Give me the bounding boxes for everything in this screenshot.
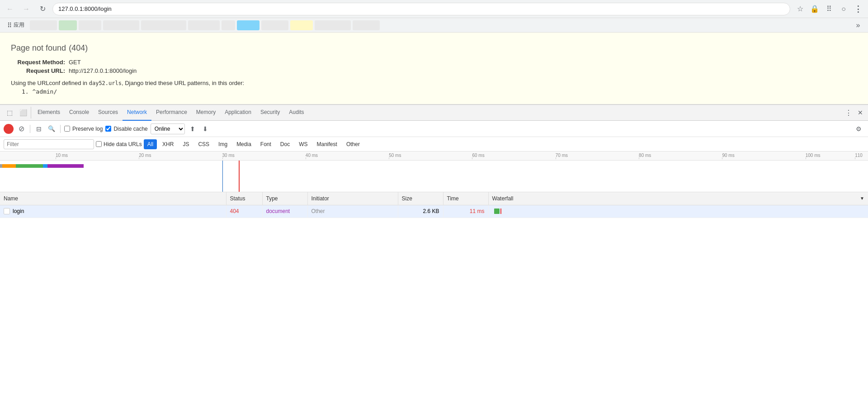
apps-label: 应用 (14, 21, 24, 29)
th-waterfall[interactable]: Waterfall ▼ (488, 192, 868, 205)
inspect-element-button[interactable]: ⬚ (4, 107, 15, 118)
apps-button[interactable]: ⠿ 应用 (4, 20, 28, 31)
import-button[interactable]: ⬆ (188, 124, 198, 134)
settings-icon: ⚙ (856, 125, 862, 133)
pattern-number: 1. (22, 88, 29, 95)
network-settings-button[interactable]: ⚙ (853, 123, 864, 135)
profile-button[interactable]: ○ (837, 3, 850, 15)
request-url-value: http://127.0.0.1:8000/login (69, 67, 137, 74)
bookmark-item[interactable] (315, 20, 351, 30)
urlconf-description: Using the URLconf defined in day52.urls,… (11, 80, 857, 86)
shield-button[interactable]: 🔒 (808, 3, 821, 15)
timeline-ruler: 10 ms 20 ms 30 ms 40 ms 50 ms 60 ms 70 m… (0, 152, 868, 161)
filter-ws[interactable]: WS (295, 139, 311, 149)
cell-status: 404 (226, 205, 262, 218)
bookmark-item[interactable] (237, 20, 259, 30)
more-icon: » (856, 21, 860, 29)
bookmark-item[interactable] (79, 20, 101, 30)
tab-performance[interactable]: Performance (151, 105, 192, 121)
bookmark-item[interactable] (353, 20, 380, 30)
filter-all[interactable]: All (144, 139, 157, 149)
bookmark-item[interactable] (222, 20, 235, 30)
bookmark-button[interactable]: ☆ (794, 3, 807, 15)
network-table-container[interactable]: Name Status Type Initiator Size (0, 192, 868, 398)
hide-data-urls-text: Hide data URLs (104, 141, 142, 147)
record-button[interactable] (4, 124, 14, 134)
bookmark-item[interactable] (59, 20, 77, 30)
reload-button[interactable]: ↻ (36, 3, 49, 15)
bookmarks-more-button[interactable]: » (852, 19, 864, 32)
preserve-log-label[interactable]: Preserve log (64, 126, 103, 132)
clear-icon: ⊘ (19, 124, 24, 133)
tab-console[interactable]: Console (65, 105, 94, 121)
device-mode-button[interactable]: ⬜ (17, 107, 29, 118)
toolbar-divider2 (60, 125, 61, 133)
th-name[interactable]: Name (0, 192, 226, 205)
timeline-area: 10 ms 20 ms 30 ms 40 ms 50 ms 60 ms 70 m… (0, 152, 868, 192)
table-row[interactable]: login 404 document Other 2.6 KB 11 ms (0, 205, 868, 218)
filter-font[interactable]: Font (257, 139, 275, 149)
timeline-graph[interactable] (0, 161, 868, 192)
filter-manifest[interactable]: Manifest (313, 139, 341, 149)
disable-cache-checkbox[interactable] (105, 126, 111, 132)
th-type[interactable]: Type (262, 192, 307, 205)
apps-grid-icon: ⠿ (7, 22, 12, 29)
extensions-button[interactable]: ⠿ (823, 3, 835, 15)
tab-elements[interactable]: Elements (33, 105, 65, 121)
filter-other[interactable]: Other (343, 139, 363, 149)
back-icon: ← (6, 5, 14, 13)
bookmark-item[interactable] (103, 20, 139, 30)
filter-xhr[interactable]: XHR (159, 139, 177, 149)
filter-icon: ⊟ (36, 125, 42, 133)
more-button[interactable]: ⋮ (852, 3, 864, 15)
bookmark-item[interactable] (261, 20, 288, 30)
th-time[interactable]: Time (443, 192, 488, 205)
preserve-log-checkbox[interactable] (64, 126, 70, 132)
forward-button[interactable]: → (20, 3, 33, 15)
back-button[interactable]: ← (4, 3, 16, 15)
filter-js[interactable]: JS (179, 139, 193, 149)
filter-input[interactable] (4, 139, 94, 149)
hide-data-urls-label[interactable]: Hide data URLs (96, 141, 142, 147)
bookmarks-bar: ⠿ 应用 » (0, 18, 868, 33)
filter-css[interactable]: CSS (194, 139, 213, 149)
tab-audits[interactable]: Audits (284, 105, 308, 121)
th-size[interactable]: Size (398, 192, 443, 205)
clear-button[interactable]: ⊘ (16, 124, 26, 134)
th-status[interactable]: Status (226, 192, 262, 205)
bookmark-item[interactable] (30, 20, 57, 30)
bookmark-item[interactable] (188, 20, 220, 30)
filter-img[interactable]: Img (215, 139, 231, 149)
tab-sources[interactable]: Sources (94, 105, 123, 121)
timeline-tick-110ms: 110 (855, 153, 863, 158)
tab-security[interactable]: Security (256, 105, 284, 121)
browser-toolbar: ← → ↻ ☆ 🔒 ⠿ ○ ⋮ (0, 0, 868, 18)
filter-button[interactable]: ⊟ (34, 124, 44, 134)
devtools-close-button[interactable]: ✕ (854, 107, 866, 118)
address-bar[interactable] (52, 3, 790, 15)
filter-media[interactable]: Media (233, 139, 255, 149)
tab-network[interactable]: Network (123, 105, 151, 121)
bookmark-item[interactable] (290, 20, 313, 30)
throttle-select[interactable]: Online Fast 3G Slow 3G Offline (151, 123, 185, 134)
inspect-icon: ⬚ (7, 109, 13, 116)
timeline-tick-60ms: 60 ms (472, 153, 484, 158)
request-method-value: GET (69, 59, 81, 66)
filter-doc[interactable]: Doc (277, 139, 293, 149)
import-icon: ⬆ (190, 125, 195, 133)
search-button[interactable]: 🔍 (47, 124, 57, 134)
hide-data-urls-checkbox[interactable] (96, 141, 102, 147)
export-icon: ⬇ (203, 125, 208, 133)
export-button[interactable]: ⬇ (200, 124, 210, 134)
timeline-tick-100ms: 100 ms (806, 153, 821, 158)
table-header-row: Name Status Type Initiator Size (0, 192, 868, 205)
devtools-more-button[interactable]: ⋮ (843, 107, 854, 118)
cell-initiator: Other (307, 205, 398, 218)
tab-application[interactable]: Application (220, 105, 256, 121)
preserve-log-text: Preserve log (72, 126, 103, 132)
disable-cache-label[interactable]: Disable cache (105, 126, 147, 132)
th-initiator[interactable]: Initiator (307, 192, 398, 205)
bookmark-item[interactable] (141, 20, 186, 30)
cell-size: 2.6 KB (398, 205, 443, 218)
tab-memory[interactable]: Memory (192, 105, 220, 121)
